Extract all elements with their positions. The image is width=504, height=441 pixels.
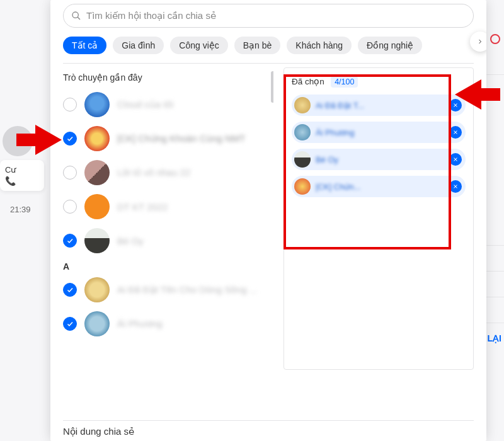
avatar xyxy=(294,151,311,168)
share-modal: Tìm kiếm hội thoại cần chia sẻ Tất cả Gi… xyxy=(50,0,486,441)
search-input[interactable]: Tìm kiếm hội thoại cần chia sẻ xyxy=(63,4,474,28)
conversation-list: Trò chuyện gần đây Cloud của tôi [CK] Ch… xyxy=(63,67,273,416)
filter-chips: Tất cả Gia đình Công việc Bạn bè Khách h… xyxy=(50,28,486,63)
avatar xyxy=(84,194,110,219)
list-item[interactable]: Ai Đã Đặt Tên Cho Dòng Sông ... xyxy=(63,273,273,307)
selected-header: Đã chọn 4/100 xyxy=(292,76,466,87)
chip-family[interactable]: Gia đình xyxy=(113,37,164,54)
remove-button[interactable] xyxy=(449,126,462,139)
checkbox[interactable] xyxy=(63,317,77,331)
avatar xyxy=(84,311,110,336)
list-item[interactable]: Cloud của tôi xyxy=(63,88,273,122)
selected-item: [CK] Chứn... xyxy=(292,176,466,197)
bg-card: Cư 📞 xyxy=(0,160,44,191)
list-item[interactable]: Lời tỏ vô nhau 22 xyxy=(63,156,273,190)
avatar xyxy=(294,178,311,195)
avatar xyxy=(84,92,110,117)
chip-all[interactable]: Tất cả xyxy=(63,37,106,54)
checkbox[interactable] xyxy=(63,234,77,248)
avatar xyxy=(84,126,110,151)
list-item-label: Cloud của tôi xyxy=(117,99,173,110)
remove-button[interactable] xyxy=(449,153,462,166)
selected-item-label: Ai Đã Đặt T... xyxy=(316,101,444,110)
checkbox[interactable] xyxy=(63,132,77,146)
remove-button[interactable] xyxy=(449,99,462,112)
phone-incoming-icon: 📞 xyxy=(5,176,39,186)
section-recent-title: Trò chuyện gần đây xyxy=(63,67,273,88)
bg-notification-dot xyxy=(490,34,500,44)
bg-card-text: Cư xyxy=(5,165,39,175)
avatar xyxy=(84,228,110,253)
selected-count: 4/100 xyxy=(331,76,358,88)
avatar xyxy=(294,97,311,113)
svg-point-0 xyxy=(72,12,78,18)
share-content-title: Nội dung chia sẻ xyxy=(50,421,486,441)
avatar xyxy=(84,160,110,185)
bg-timestamp: 21:39 xyxy=(10,205,31,214)
selected-item-label: Ái Phương xyxy=(316,128,444,137)
list-item[interactable]: [CK] Chứng Khoán Cùng NMT xyxy=(63,122,273,156)
section-letter-a: A xyxy=(63,258,273,273)
svg-line-1 xyxy=(77,17,80,20)
chip-customers[interactable]: Khách hàng xyxy=(287,37,352,54)
list-item-label: [CK] Chứng Khoán Cùng NMT xyxy=(117,133,245,144)
avatar xyxy=(84,277,110,302)
list-item-label: Ái Phương xyxy=(117,318,163,329)
remove-button[interactable] xyxy=(449,180,462,193)
avatar xyxy=(294,124,311,140)
search-placeholder: Tìm kiếm hội thoại cần chia sẻ xyxy=(86,10,216,21)
selected-panel: Đã chọn 4/100 Ai Đã Đặt T... Ái Phương xyxy=(284,67,474,370)
bg-contact-card: Cư 📞 xyxy=(0,126,44,191)
selected-item: Ái Phương xyxy=(292,122,466,143)
chevron-right-icon xyxy=(476,38,484,45)
scrollbar-thumb[interactable] xyxy=(271,71,273,103)
checkbox[interactable] xyxy=(63,200,77,214)
list-item-label: Ai Đã Đặt Tên Cho Dòng Sông ... xyxy=(117,284,257,295)
selected-item-label: [CK] Chứn... xyxy=(316,182,444,192)
selected-item: Bé Oy xyxy=(292,149,466,170)
list-item[interactable]: DT KT 2022 xyxy=(63,190,273,224)
selected-item-label: Bé Oy xyxy=(316,155,444,164)
list-item-label: Bé Oy xyxy=(117,236,144,246)
chip-work[interactable]: Công việc xyxy=(170,37,227,54)
selected-item: Ai Đã Đặt T... xyxy=(292,94,466,116)
search-icon xyxy=(71,11,81,21)
chip-colleagues[interactable]: Đồng nghiệ xyxy=(358,37,422,54)
avatar xyxy=(3,126,33,156)
selected-title: Đã chọn xyxy=(292,77,324,86)
chip-friends[interactable]: Bạn bè xyxy=(234,37,281,54)
checkbox[interactable] xyxy=(63,283,77,297)
list-item[interactable]: Ái Phương xyxy=(63,307,273,341)
list-item-label: DT KT 2022 xyxy=(117,202,168,212)
checkbox[interactable] xyxy=(63,166,77,180)
list-item[interactable]: Bé Oy xyxy=(63,224,273,258)
checkbox[interactable] xyxy=(63,98,77,112)
list-item-label: Lời tỏ vô nhau 22 xyxy=(117,167,190,178)
chip-scroll-right[interactable] xyxy=(470,32,486,52)
